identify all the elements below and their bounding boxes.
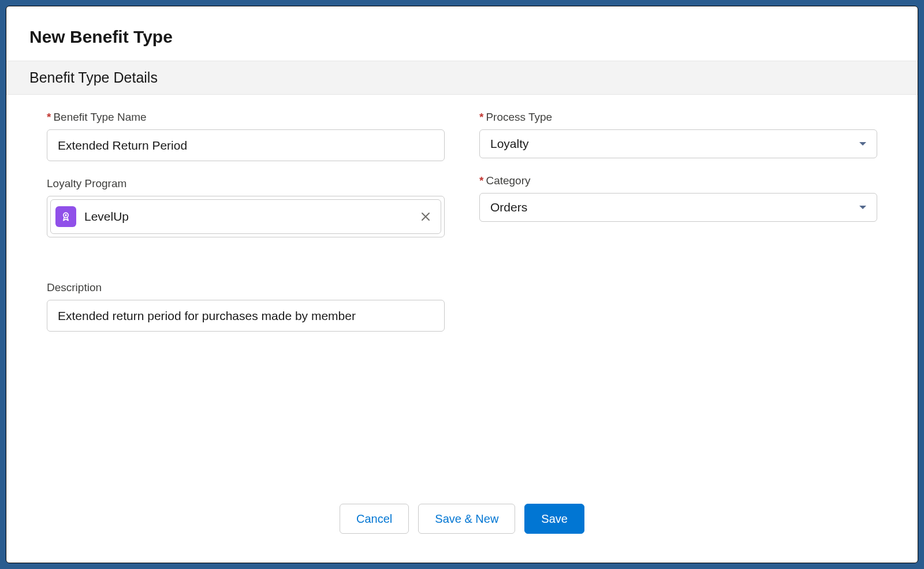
- modal-header: New Benefit Type: [6, 6, 918, 61]
- section-header: Benefit Type Details: [6, 61, 918, 95]
- save-button[interactable]: Save: [524, 504, 584, 534]
- loyalty-program-pill: LevelUp: [50, 199, 441, 234]
- modal-footer: Cancel Save & New Save: [6, 486, 918, 563]
- loyalty-program-label: Loyalty Program: [47, 177, 445, 190]
- description-input[interactable]: [47, 300, 445, 332]
- category-select-wrapper: Orders: [479, 193, 877, 222]
- process-type-select-wrapper: Loyalty: [479, 129, 877, 158]
- new-benefit-type-modal: New Benefit Type Benefit Type Details * …: [6, 6, 918, 563]
- form-col-right: * Process Type Loyalty *: [479, 111, 877, 332]
- required-indicator: *: [47, 111, 51, 124]
- remove-loyalty-program-icon[interactable]: [419, 210, 433, 224]
- category-select[interactable]: Orders: [479, 193, 877, 222]
- process-type-group: * Process Type Loyalty: [479, 111, 877, 158]
- category-label: * Category: [479, 174, 877, 187]
- form-col-left: * Benefit Type Name Loyalty Program: [47, 111, 445, 332]
- loyalty-program-icon: [55, 206, 76, 227]
- benefit-type-name-group: * Benefit Type Name: [47, 111, 445, 161]
- description-label: Description: [47, 281, 445, 294]
- loyalty-program-group: Loyalty Program LevelUp: [47, 177, 445, 237]
- svg-point-1: [65, 214, 66, 216]
- cancel-button[interactable]: Cancel: [340, 504, 409, 534]
- save-and-new-button[interactable]: Save & New: [418, 504, 515, 534]
- description-group: Description: [47, 281, 445, 332]
- category-group: * Category Orders: [479, 174, 877, 222]
- process-type-label: * Process Type: [479, 111, 877, 124]
- section-title: Benefit Type Details: [29, 69, 895, 86]
- benefit-type-name-label: * Benefit Type Name: [47, 111, 445, 124]
- required-indicator: *: [479, 111, 483, 124]
- loyalty-program-value: LevelUp: [84, 210, 411, 224]
- modal-title: New Benefit Type: [29, 27, 895, 47]
- loyalty-program-lookup[interactable]: LevelUp: [47, 196, 445, 237]
- form-body: * Benefit Type Name Loyalty Program: [6, 95, 918, 486]
- required-indicator: *: [479, 174, 483, 187]
- process-type-select[interactable]: Loyalty: [479, 129, 877, 158]
- benefit-type-name-input[interactable]: [47, 129, 445, 161]
